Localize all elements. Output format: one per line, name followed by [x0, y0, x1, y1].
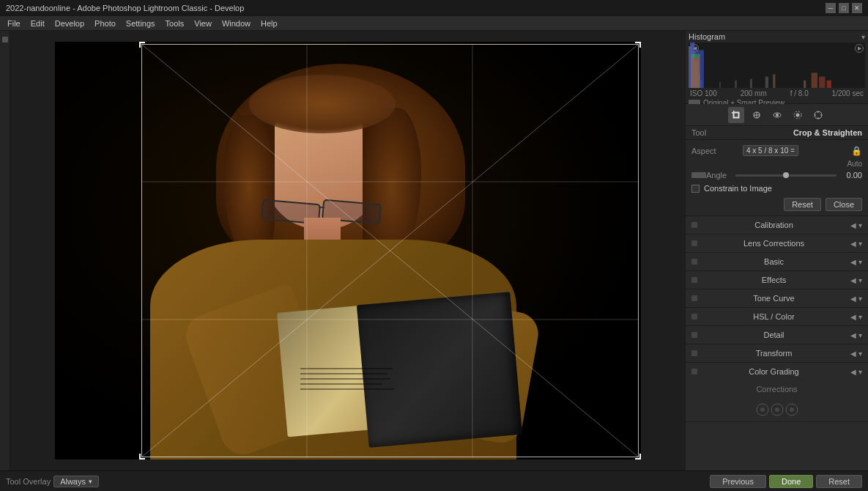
- calibration-toggle[interactable]: [691, 222, 697, 228]
- panel-section-detail: Detail ◀ ▾: [686, 326, 868, 344]
- crop-reset-button[interactable]: Reset: [784, 198, 821, 211]
- panel-section-basic: Basic ◀ ▾: [686, 253, 868, 271]
- histogram-canvas: ◀ ▶: [689, 43, 865, 88]
- svg-point-45: [790, 407, 794, 412]
- always-dropdown-button[interactable]: Always ▾: [53, 476, 99, 487]
- hsl-expand: ▾: [858, 313, 862, 321]
- panel-section-tone: Tone Curve ◀ ▾: [686, 289, 868, 308]
- crop-close-button[interactable]: Close: [826, 198, 862, 211]
- photo-content: [55, 42, 641, 459]
- left-filmstrip-panel: [0, 31, 10, 470]
- svg-rect-22: [827, 81, 831, 88]
- tool-name-label: Tool: [691, 128, 706, 137]
- menu-file[interactable]: File: [3, 18, 25, 29]
- lens-toggle[interactable]: [691, 240, 697, 246]
- always-label: Always: [60, 477, 86, 486]
- color-grading-expand: ▾: [858, 368, 862, 376]
- previous-button[interactable]: Previous: [710, 475, 766, 488]
- angle-row: Angle 0.00: [691, 169, 862, 182]
- photo-background: [55, 42, 641, 459]
- angle-slider-thumb[interactable]: [783, 172, 789, 178]
- menu-photo[interactable]: Photo: [90, 18, 120, 29]
- redeye-tool-btn[interactable]: [769, 107, 785, 123]
- main-layout: Histogram ▾: [0, 31, 868, 470]
- constrain-checkbox[interactable]: [691, 185, 700, 193]
- svg-rect-19: [691, 58, 699, 88]
- menu-window[interactable]: Window: [218, 18, 255, 29]
- panel-header-color-grading[interactable]: Color Grading ◀ ▾: [686, 363, 868, 380]
- panel-section-lens: Lens Corrections ◀ ▾: [686, 235, 868, 253]
- crop-tool-btn[interactable]: [728, 107, 744, 123]
- color-grading-wheel-area: [686, 398, 868, 421]
- done-button[interactable]: Done: [769, 475, 813, 488]
- menu-tools[interactable]: Tools: [161, 18, 189, 29]
- hsl-toggle[interactable]: [691, 314, 697, 320]
- svg-rect-11: [735, 81, 737, 88]
- auto-label: Auto: [847, 160, 862, 168]
- window-controls: ─ □ ✕: [826, 3, 862, 13]
- detail-title: Detail: [763, 331, 784, 339]
- maximize-button[interactable]: □: [839, 3, 849, 13]
- aperture-value: f / 8.0: [790, 89, 809, 97]
- tone-toggle[interactable]: [691, 295, 697, 301]
- crop-panel: Aspect 4 x 5 / 8 x 10 = 🔒 Auto Angle 0.0…: [686, 140, 868, 216]
- histogram-section: Histogram ▾: [686, 31, 868, 104]
- panel-header-tone[interactable]: Tone Curve ◀ ▾: [686, 289, 868, 307]
- histogram-header: Histogram ▾: [689, 32, 865, 41]
- lens-title: Lens Corrections: [743, 239, 804, 248]
- basic-title: Basic: [764, 257, 784, 266]
- focal-value: 200 mm: [741, 89, 767, 97]
- angle-slider[interactable]: [735, 174, 837, 177]
- detail-toggle[interactable]: [691, 332, 697, 338]
- panel-header-effects[interactable]: Effects ◀ ▾: [686, 271, 868, 289]
- filmstrip-toggle[interactable]: [2, 37, 8, 43]
- panel-header-basic[interactable]: Basic ◀ ▾: [686, 253, 868, 270]
- histogram-clip-highlight[interactable]: ▶: [855, 44, 864, 53]
- histogram-title: Histogram: [689, 32, 725, 41]
- canvas-area[interactable]: [10, 31, 685, 470]
- constrain-label: Constrain to Image: [704, 184, 772, 193]
- detail-expand: ▾: [858, 331, 862, 339]
- panel-header-lens[interactable]: Lens Corrections ◀ ▾: [686, 235, 868, 252]
- menu-view[interactable]: View: [190, 18, 216, 29]
- angle-thumb-icon: [691, 172, 706, 178]
- svg-point-34: [795, 113, 799, 117]
- lock-icon[interactable]: 🔒: [851, 146, 862, 156]
- transform-toggle[interactable]: [691, 350, 697, 356]
- histogram-info: ISO 100 200 mm f / 8.0 1/200 sec: [689, 89, 865, 97]
- heal-tool-btn[interactable]: [749, 107, 765, 123]
- histogram-clip-shadow[interactable]: ◀: [690, 44, 699, 53]
- tool-label-row: Tool Crop & Straighten: [686, 126, 868, 140]
- close-button[interactable]: ✕: [852, 3, 862, 13]
- aspect-row: Aspect 4 x 5 / 8 x 10 = 🔒: [691, 143, 862, 158]
- panel-header-hsl[interactable]: HSL / Color ◀ ▾: [686, 308, 868, 325]
- panel-header-calibration[interactable]: Calibration ◀ ▾: [686, 216, 868, 234]
- svg-point-41: [760, 407, 765, 412]
- menu-edit[interactable]: Edit: [26, 18, 49, 29]
- transform-expand: ▾: [858, 350, 862, 358]
- panels-list: Calibration ◀ ▾ Lens Corrections ◀ ▾: [686, 216, 868, 470]
- crop-buttons: Reset Close: [691, 195, 862, 213]
- auto-label-row: Auto: [691, 158, 862, 169]
- histogram-expand-icon[interactable]: ▾: [861, 33, 865, 41]
- menu-develop[interactable]: Develop: [51, 18, 89, 29]
- panel-section-color-grading: Color Grading ◀ ▾ Corrections: [686, 363, 868, 422]
- constrain-row: Constrain to Image: [691, 182, 862, 195]
- reset-button[interactable]: Reset: [816, 475, 862, 488]
- panel-header-transform[interactable]: Transform ◀ ▾: [686, 344, 868, 362]
- minimize-button[interactable]: ─: [826, 3, 836, 13]
- panel-section-calibration: Calibration ◀ ▾: [686, 216, 868, 235]
- panel-header-detail[interactable]: Detail ◀ ▾: [686, 326, 868, 344]
- effects-toggle[interactable]: [691, 277, 697, 283]
- menu-help[interactable]: Help: [256, 18, 282, 29]
- basic-toggle[interactable]: [691, 259, 697, 265]
- color-grading-toggle[interactable]: [691, 369, 697, 374]
- always-chevron-icon: ▾: [89, 478, 92, 485]
- color-grading-title: Color Grading: [749, 367, 798, 376]
- mask-tool-btn[interactable]: [790, 107, 806, 123]
- svg-point-43: [775, 407, 779, 412]
- menu-settings[interactable]: Settings: [122, 18, 160, 29]
- adjustment-tool-btn[interactable]: [810, 107, 826, 123]
- tool-overlay-section: Tool Overlay Always ▾: [6, 476, 710, 487]
- aspect-button[interactable]: 4 x 5 / 8 x 10 =: [743, 145, 798, 156]
